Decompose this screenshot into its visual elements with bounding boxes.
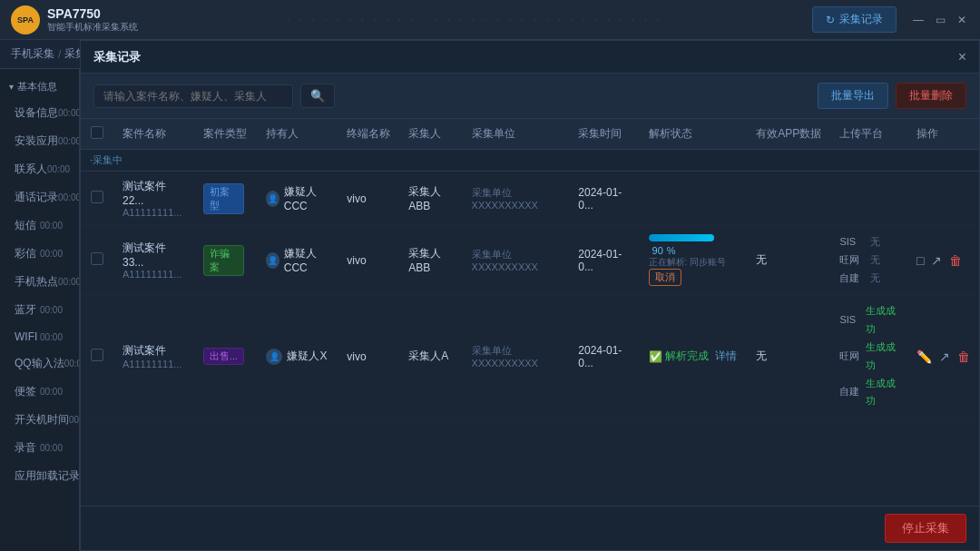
sidebar-item-label: 开关机时间 <box>15 412 69 428</box>
col-case-name: 案件名称 <box>113 119 194 150</box>
collect-btn-label: 采集记录 <box>839 12 883 27</box>
row3-type-tag: 出售... <box>203 348 244 365</box>
restore-button[interactable]: ▭ <box>933 13 947 27</box>
sidebar-item-label: 手机热点 <box>15 274 58 290</box>
resolve-done-label: 解析完成 <box>665 349 709 364</box>
nav-sep-1: / <box>58 48 61 61</box>
search-button[interactable]: 🔍 <box>300 84 335 108</box>
row3-holder-name: 嫌疑人X <box>287 349 327 364</box>
export-icon[interactable]: ↗ <box>931 253 942 268</box>
minimize-button[interactable]: — <box>911 13 926 27</box>
modal-close-button[interactable]: × <box>958 49 966 65</box>
row3-collector: 采集人A <box>399 295 462 418</box>
sidebar-item-mms[interactable]: 彩信 00:00 <box>0 240 79 268</box>
wangwang-row: 旺网 生成成功 <box>839 339 898 375</box>
sidebar-item-label: 彩信 <box>15 246 36 261</box>
sidebar-item-label: WIFI <box>15 330 37 343</box>
sidebar-item-apps[interactable]: 安装应用 00:00 <box>0 127 79 155</box>
sidebar-item-time-10: 00:00 <box>36 387 70 397</box>
group-label: ·采集中 <box>81 150 979 172</box>
sidebar-item-calls[interactable]: 通话记录 00:00 <box>0 183 79 212</box>
sidebar-item-audio[interactable]: 录音 00:00 <box>0 434 79 462</box>
select-all-checkbox[interactable] <box>91 126 103 139</box>
sis-label: SIS <box>839 233 865 251</box>
delete-icon[interactable]: 🗑 <box>957 349 970 364</box>
window-controls: — ▭ ✕ <box>911 13 969 27</box>
row3-upload: SIS 生成成功 旺网 生成成功 自建 生成成功 <box>830 295 907 418</box>
sidebar-section-label: 基本信息 <box>17 80 57 93</box>
row1-case-name: 测试案件22... A11111111... <box>113 172 194 226</box>
wangwang-value: 无 <box>870 251 880 270</box>
sidebar-item-wifi[interactable]: WIFI 00:00 <box>0 324 79 349</box>
sidebar-item-label: 短信 <box>15 218 36 233</box>
resolve-progress-fill <box>649 234 714 241</box>
table-row: 测试案件22... A11111111... 初案型 👤 嫌疑人CCC <box>81 172 979 226</box>
row2-terminal: vivo <box>338 226 399 295</box>
resolve-progress-bar <box>649 234 721 241</box>
sidebar-item-time-9: 00:00 <box>64 359 79 369</box>
sidebar-item-hotspot[interactable]: 手机热点 00:00 <box>0 268 79 296</box>
sidebar-item-time-1: 00:00 <box>58 136 79 146</box>
app-title-main: SPA7750 <box>47 6 138 21</box>
modal-collect-record: 采集记录 × 🔍 批量导出 批量删除 案件名称 案件类型 <box>80 40 980 551</box>
modal-header: 采集记录 × <box>81 41 979 74</box>
sis-label: SIS <box>839 311 860 330</box>
sidebar-item-notes[interactable]: 便签 00:00 <box>0 378 79 406</box>
row2-app-count: 无 <box>747 226 830 295</box>
cancel-resolve-button[interactable]: 取消 <box>649 269 681 286</box>
sidebar-item-onoff[interactable]: 开关机时间 00:00 <box>0 406 79 434</box>
export-icon[interactable]: ↗ <box>939 349 950 364</box>
row1-time: 2024-01-0... <box>569 172 639 226</box>
nav-link-collect[interactable]: 手机采集 <box>11 46 54 62</box>
sidebar-section-header[interactable]: ▾ 基本信息 <box>0 74 79 99</box>
row3-case-type: 出售... <box>194 295 258 418</box>
row1-unit: 采集单位XXXXXXXXXX <box>463 172 570 226</box>
sis-value: 生成成功 <box>866 302 898 339</box>
resolve-done-indicator: ✅ 解析完成 详情 <box>649 349 739 364</box>
row1-checkbox[interactable] <box>91 191 103 203</box>
search-input[interactable] <box>93 84 293 108</box>
sidebar-item-time-7: 00:00 <box>36 305 70 315</box>
delete-icon[interactable]: 🗑 <box>949 253 962 268</box>
edit-icon[interactable]: ✏️ <box>916 349 932 364</box>
sidebar-item-sms[interactable]: 短信 00:00 <box>0 212 79 240</box>
export-button[interactable]: 批量导出 <box>818 83 888 109</box>
row3-app-count: 无 <box>747 295 830 418</box>
row1-collector: 采集人ABB <box>399 172 462 226</box>
sidebar-item-device[interactable]: 设备信息 00:00 <box>0 99 79 127</box>
sidebar-item-time-11: 00:00 <box>69 415 79 425</box>
person-icon: 👤 <box>266 191 279 207</box>
row2-resolve: 90% 正在解析: 同步账号 取消 <box>640 226 748 295</box>
person-icon: 👤 <box>266 349 282 365</box>
top-bar: SPA SPA7750 智能手机标准采集系统 · · · · · · · · ·… <box>0 0 980 40</box>
sidebar-item-contacts[interactable]: 联系人 00:00 <box>0 155 79 183</box>
view-icon[interactable]: □ <box>916 253 924 268</box>
wangwang-row: 旺网 无 <box>839 251 898 270</box>
sidebar-item-uninstall[interactable]: 应用卸载记录 00:00 <box>0 462 79 490</box>
row3-unit: 采集单位XXXXXXXXXX <box>463 295 570 418</box>
row3-time: 2024-01-0... <box>569 295 639 418</box>
table-container: 案件名称 案件类型 持有人 终端名称 采集人 采集单位 采集时间 解析状态 有效… <box>81 119 979 506</box>
stop-collect-button[interactable]: 停止采集 <box>885 514 966 543</box>
row3-checkbox[interactable] <box>91 349 103 361</box>
app-title-sub: 智能手机标准采集系统 <box>47 21 138 34</box>
row2-upload: SIS 无 旺网 无 自建 无 <box>830 226 907 295</box>
resolve-detail-link[interactable]: 详情 <box>715 349 737 364</box>
sidebar-item-bluetooth[interactable]: 蓝牙 00:00 <box>0 296 79 324</box>
row2-time: 2024-01-0... <box>569 226 639 295</box>
table-row: 测试案件 A11111111... 出售... 👤 嫌疑人X v <box>81 295 979 418</box>
close-button[interactable]: ✕ <box>955 13 969 27</box>
col-unit: 采集单位 <box>463 119 570 150</box>
row1-holder-name: 嫌疑人CCC <box>284 184 329 212</box>
row2-checkbox[interactable] <box>91 252 103 265</box>
zidian-row: 自建 无 <box>839 270 898 288</box>
collect-record-button[interactable]: ↻ 采集记录 <box>812 6 897 33</box>
row3-holder: 👤 嫌疑人X <box>257 295 338 418</box>
row2-checkbox-cell <box>81 226 113 295</box>
row1-checkbox-cell <box>81 172 113 226</box>
row3-upload-status: SIS 生成成功 旺网 生成成功 自建 生成成功 <box>839 302 898 410</box>
delete-button[interactable]: 批量删除 <box>896 83 966 109</box>
sidebar-item-label: 录音 <box>15 440 36 456</box>
sidebar-item-qq[interactable]: QQ输入法 00:00 <box>0 349 79 378</box>
modal-footer: 停止采集 <box>81 506 979 550</box>
